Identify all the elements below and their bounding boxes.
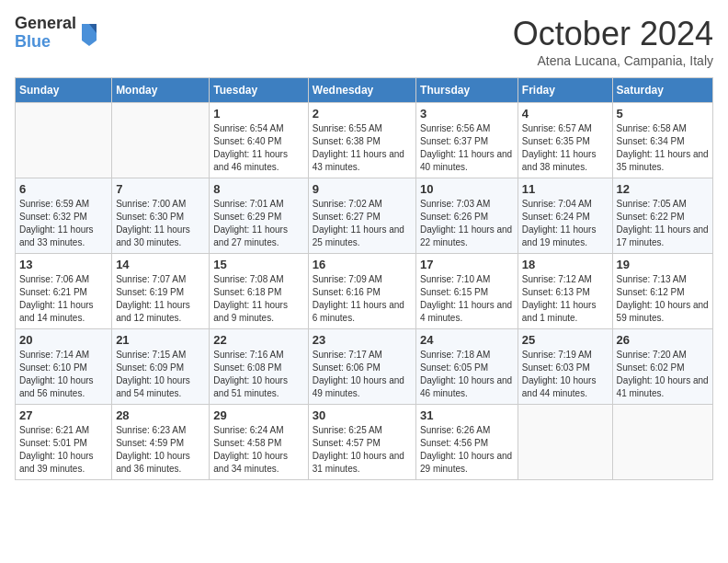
sunset-text: Sunset: 6:10 PM (19, 362, 87, 373)
daylight-text: Daylight: 10 hours and 54 minutes. (116, 375, 190, 398)
cell-info: Sunrise: 6:24 AMSunset: 4:58 PMDaylight:… (213, 424, 303, 476)
calendar-cell: 25Sunrise: 7:19 AMSunset: 6:03 PMDayligh… (518, 329, 612, 405)
cell-info: Sunrise: 7:07 AMSunset: 6:19 PMDaylight:… (116, 273, 205, 325)
cell-info: Sunrise: 7:13 AMSunset: 6:12 PMDaylight:… (617, 273, 709, 325)
sunset-text: Sunset: 6:05 PM (420, 362, 488, 373)
day-number: 16 (313, 258, 412, 271)
day-number: 2 (313, 107, 412, 121)
month-title: October 2024 (513, 15, 713, 53)
sunset-text: Sunset: 6:13 PM (522, 287, 590, 297)
day-number: 17 (420, 258, 514, 271)
sunset-text: Sunset: 6:35 PM (522, 136, 590, 146)
sunrise-text: Sunrise: 7:12 AM (522, 274, 592, 284)
sunset-text: Sunset: 4:56 PM (420, 438, 488, 448)
sunrise-text: Sunrise: 7:18 AM (420, 350, 490, 360)
sunset-text: Sunset: 6:03 PM (522, 362, 590, 373)
sunset-text: Sunset: 6:29 PM (213, 212, 281, 222)
day-number: 22 (213, 333, 303, 347)
sunrise-text: Sunrise: 7:16 AM (213, 350, 283, 360)
sunset-text: Sunset: 6:24 PM (522, 212, 590, 222)
sunrise-text: Sunrise: 7:15 AM (116, 350, 186, 360)
day-number: 8 (213, 182, 303, 196)
title-block: October 2024 Atena Lucana, Campania, Ita… (513, 15, 713, 68)
daylight-text: Daylight: 11 hours and 35 minutes. (617, 149, 709, 172)
cell-info: Sunrise: 7:16 AMSunset: 6:08 PMDaylight:… (213, 349, 303, 400)
daylight-text: Daylight: 11 hours and 27 minutes. (213, 224, 288, 247)
col-header-monday: Monday (112, 78, 210, 103)
cell-info: Sunrise: 7:08 AMSunset: 6:18 PMDaylight:… (213, 273, 303, 325)
day-number: 15 (213, 258, 303, 271)
day-number: 28 (116, 408, 205, 422)
calendar-cell: 3Sunrise: 6:56 AMSunset: 6:37 PMDaylight… (416, 103, 518, 178)
daylight-text: Daylight: 11 hours and 46 minutes. (213, 149, 288, 172)
daylight-text: Daylight: 10 hours and 41 minutes. (617, 375, 709, 398)
day-number: 19 (617, 258, 709, 271)
cell-info: Sunrise: 7:03 AMSunset: 6:26 PMDaylight:… (420, 198, 514, 249)
cell-info: Sunrise: 7:20 AMSunset: 6:02 PMDaylight:… (617, 349, 709, 400)
daylight-text: Daylight: 11 hours and 19 minutes. (522, 224, 597, 247)
calendar-cell: 16Sunrise: 7:09 AMSunset: 6:16 PMDayligh… (308, 254, 415, 329)
cell-info: Sunrise: 6:54 AMSunset: 6:40 PMDaylight:… (213, 122, 303, 174)
calendar-cell: 5Sunrise: 6:58 AMSunset: 6:34 PMDaylight… (612, 103, 712, 178)
sunset-text: Sunset: 6:27 PM (313, 212, 381, 222)
col-header-thursday: Thursday (416, 78, 518, 103)
sunrise-text: Sunrise: 7:19 AM (522, 350, 592, 360)
daylight-text: Daylight: 10 hours and 44 minutes. (522, 375, 597, 398)
sunrise-text: Sunrise: 6:25 AM (313, 425, 382, 435)
sunrise-text: Sunrise: 7:20 AM (617, 350, 687, 360)
sunrise-text: Sunrise: 6:54 AM (213, 123, 283, 133)
sunrise-text: Sunrise: 6:24 AM (213, 425, 283, 435)
week-row-2: 6Sunrise: 6:59 AMSunset: 6:32 PMDaylight… (16, 178, 713, 254)
calendar-cell (612, 405, 712, 480)
sunrise-text: Sunrise: 7:17 AM (313, 350, 382, 360)
calendar-cell: 8Sunrise: 7:01 AMSunset: 6:29 PMDaylight… (210, 178, 308, 254)
col-header-wednesday: Wednesday (308, 78, 415, 103)
logo: General Blue (15, 15, 98, 52)
calendar-cell: 29Sunrise: 6:24 AMSunset: 4:58 PMDayligh… (210, 405, 308, 480)
sunset-text: Sunset: 6:06 PM (313, 362, 381, 373)
sunset-text: Sunset: 6:21 PM (19, 287, 87, 297)
daylight-text: Daylight: 10 hours and 34 minutes. (213, 451, 288, 474)
daylight-text: Daylight: 11 hours and 9 minutes. (213, 300, 288, 323)
col-header-sunday: Sunday (16, 78, 112, 103)
week-row-3: 13Sunrise: 7:06 AMSunset: 6:21 PMDayligh… (16, 254, 713, 329)
day-number: 1 (213, 107, 303, 121)
sunset-text: Sunset: 6:16 PM (313, 287, 381, 297)
calendar-cell: 31Sunrise: 6:26 AMSunset: 4:56 PMDayligh… (416, 405, 518, 480)
sunrise-text: Sunrise: 7:02 AM (313, 199, 382, 209)
sunset-text: Sunset: 6:26 PM (420, 212, 488, 222)
logo-text: General Blue (15, 15, 76, 52)
day-number: 11 (522, 182, 609, 196)
day-number: 29 (213, 408, 303, 422)
calendar-cell: 6Sunrise: 6:59 AMSunset: 6:32 PMDaylight… (16, 178, 112, 254)
daylight-text: Daylight: 10 hours and 29 minutes. (420, 451, 512, 474)
day-number: 24 (420, 333, 514, 347)
daylight-text: Daylight: 11 hours and 1 minute. (522, 300, 597, 323)
cell-info: Sunrise: 7:10 AMSunset: 6:15 PMDaylight:… (420, 273, 514, 325)
sunset-text: Sunset: 6:02 PM (617, 362, 685, 373)
calendar-table: SundayMondayTuesdayWednesdayThursdayFrid… (15, 77, 713, 480)
day-number: 5 (617, 107, 709, 121)
cell-info: Sunrise: 7:12 AMSunset: 6:13 PMDaylight:… (522, 273, 609, 325)
day-number: 31 (420, 408, 514, 422)
logo-icon (80, 20, 98, 46)
cell-info: Sunrise: 6:57 AMSunset: 6:35 PMDaylight:… (522, 122, 609, 174)
calendar-cell: 24Sunrise: 7:18 AMSunset: 6:05 PMDayligh… (416, 329, 518, 405)
calendar-cell (112, 103, 210, 178)
daylight-text: Daylight: 11 hours and 4 minutes. (420, 300, 512, 323)
calendar-cell: 27Sunrise: 6:21 AMSunset: 5:01 PMDayligh… (16, 405, 112, 480)
cell-info: Sunrise: 6:25 AMSunset: 4:57 PMDaylight:… (313, 424, 412, 476)
daylight-text: Daylight: 11 hours and 33 minutes. (19, 224, 94, 247)
sunrise-text: Sunrise: 7:04 AM (522, 199, 592, 209)
calendar-cell: 15Sunrise: 7:08 AMSunset: 6:18 PMDayligh… (210, 254, 308, 329)
daylight-text: Daylight: 10 hours and 51 minutes. (213, 375, 288, 398)
calendar-cell: 14Sunrise: 7:07 AMSunset: 6:19 PMDayligh… (112, 254, 210, 329)
calendar-cell: 23Sunrise: 7:17 AMSunset: 6:06 PMDayligh… (308, 329, 415, 405)
day-number: 30 (313, 408, 412, 422)
sunset-text: Sunset: 6:18 PM (213, 287, 281, 297)
sunrise-text: Sunrise: 7:09 AM (313, 274, 382, 284)
daylight-text: Daylight: 11 hours and 14 minutes. (19, 300, 94, 323)
col-header-friday: Friday (518, 78, 612, 103)
sunset-text: Sunset: 4:57 PM (313, 438, 381, 448)
sunset-text: Sunset: 6:09 PM (116, 362, 184, 373)
